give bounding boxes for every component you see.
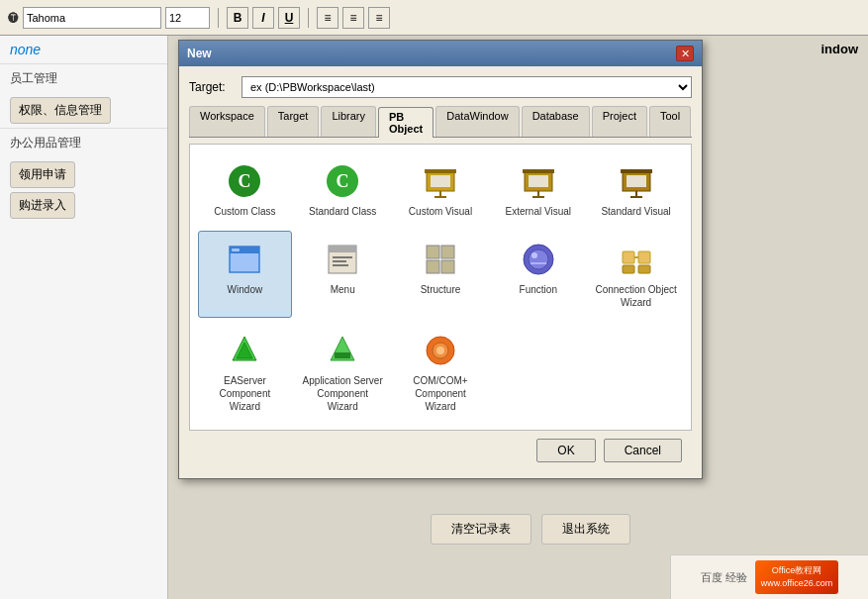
icon-item-standard-class[interactable]: C Standard Class: [296, 152, 390, 227]
svg-rect-38: [638, 265, 650, 273]
svg-rect-15: [621, 169, 652, 173]
size-select[interactable]: 12: [165, 7, 210, 29]
icon-item-external-visual[interactable]: External Visual: [491, 152, 585, 227]
align-right-button[interactable]: ≡: [368, 7, 390, 29]
standard-class-icon: C: [323, 161, 362, 201]
align-left-button[interactable]: ≡: [317, 7, 338, 29]
custom-visual-label: Custom Visual: [409, 205, 472, 218]
svg-rect-13: [529, 175, 548, 187]
apply-button[interactable]: 领用申请: [10, 161, 75, 188]
function-label: Function: [520, 283, 557, 296]
tab-library[interactable]: Library: [321, 106, 376, 137]
svg-rect-37: [623, 265, 634, 273]
svg-point-32: [529, 250, 548, 269]
svg-text:C: C: [239, 171, 251, 191]
tab-bar: Workspace Target Library PB Object DataW…: [189, 106, 692, 138]
new-dialog: New ✕ Target: ex (D:\PBWorkspace\last) W…: [178, 40, 703, 479]
svg-rect-30: [441, 260, 454, 273]
tab-project[interactable]: Project: [592, 106, 647, 137]
structure-label: Structure: [421, 283, 461, 296]
dialog-title: New: [187, 47, 212, 60]
comcom-label: COM/COM+ Component Wizard: [399, 374, 483, 413]
toolbar-divider-1: [218, 8, 219, 28]
easerver-label: EAServer Component Wizard: [203, 374, 287, 413]
none-label: none: [0, 36, 167, 63]
external-visual-label: External Visual: [506, 205, 572, 218]
tab-tool[interactable]: Tool: [649, 106, 691, 137]
easerver-icon: [225, 331, 264, 370]
icon-item-window[interactable]: Window: [198, 231, 292, 318]
icon-item-custom-class[interactable]: C Custom Class: [198, 152, 292, 227]
watermark-area: 百度 经验 Office教程网 www.office26.com: [670, 554, 868, 599]
icon-item-function[interactable]: Function: [491, 231, 585, 318]
standard-visual-icon: [617, 161, 656, 201]
sidebar-section-employees: 员工管理: [0, 63, 167, 93]
icon-item-comcom[interactable]: COM/COM+ Component Wizard: [394, 322, 488, 422]
svg-rect-35: [623, 251, 634, 263]
connection-wizard-icon: [617, 240, 656, 279]
baidu-text: 百度 经验: [701, 570, 747, 585]
target-select[interactable]: ex (D:\PBWorkspace\last): [241, 76, 692, 98]
comcom-icon: [421, 331, 460, 370]
menu-label: Menu: [331, 283, 355, 296]
appserver-icon: [323, 331, 362, 370]
svg-rect-5: [425, 169, 456, 173]
permissions-button[interactable]: 权限、信息管理: [10, 97, 111, 124]
bold-button[interactable]: B: [227, 7, 248, 29]
toolbar-divider-2: [308, 8, 309, 28]
tab-database[interactable]: Database: [522, 106, 590, 137]
svg-point-46: [436, 347, 444, 354]
icon-item-easerver[interactable]: EAServer Component Wizard: [198, 322, 292, 422]
target-label: Target:: [189, 80, 234, 94]
icon-item-custom-visual[interactable]: Custom Visual: [394, 152, 488, 227]
office-badge: Office教程网 www.office26.com: [755, 560, 838, 593]
appserver-label: Application Server Component Wizard: [301, 374, 385, 413]
svg-rect-18: [627, 175, 646, 187]
svg-text:C: C: [337, 171, 349, 191]
icon-item-connection-wizard[interactable]: Connection Object Wizard: [589, 231, 683, 318]
custom-class-icon: C: [225, 161, 264, 201]
menu-icon: [323, 240, 362, 279]
structure-icon: [421, 240, 460, 279]
font-select[interactable]: Tahoma: [23, 7, 161, 29]
svg-rect-36: [638, 251, 650, 263]
dialog-buttons: OK Cancel: [189, 431, 692, 468]
svg-rect-8: [431, 175, 450, 187]
svg-rect-28: [441, 246, 454, 258]
icon-item-menu[interactable]: Menu: [296, 231, 390, 318]
custom-class-label: Custom Class: [214, 205, 275, 218]
tab-pb-object[interactable]: PB Object: [378, 107, 434, 138]
svg-rect-29: [427, 260, 439, 273]
underline-button[interactable]: U: [278, 7, 300, 29]
clear-records-button[interactable]: 清空记录表: [431, 514, 531, 545]
purchase-button[interactable]: 购进录入: [10, 192, 75, 219]
dialog-close-button[interactable]: ✕: [676, 46, 694, 61]
custom-visual-icon: [421, 161, 460, 201]
logout-button[interactable]: 退出系统: [541, 514, 630, 545]
tab-workspace[interactable]: Workspace: [189, 106, 265, 137]
standard-class-label: Standard Class: [309, 205, 376, 218]
target-row: Target: ex (D:\PBWorkspace\last): [189, 76, 692, 98]
ok-button[interactable]: OK: [536, 439, 595, 462]
svg-rect-23: [329, 246, 356, 252]
standard-visual-label: Standard Visual: [601, 205, 670, 218]
icon-item-standard-visual[interactable]: Standard Visual: [589, 152, 683, 227]
external-visual-icon: [519, 161, 558, 201]
office-line2: www.office26.com: [761, 577, 832, 590]
icon-item-structure[interactable]: Structure: [394, 231, 488, 318]
window-label: Window: [228, 283, 263, 296]
svg-rect-43: [335, 352, 350, 358]
tab-datawindow[interactable]: DataWindow: [435, 106, 519, 137]
window-title-fragment: indow: [820, 42, 858, 56]
function-icon: [519, 240, 558, 279]
icon-grid: C Custom Class C Standard Class: [189, 144, 692, 431]
office-line1: Office教程网: [761, 564, 832, 577]
align-center-button[interactable]: ≡: [342, 7, 364, 29]
svg-rect-10: [523, 169, 554, 173]
tab-target[interactable]: Target: [267, 106, 320, 137]
italic-button[interactable]: I: [252, 7, 274, 29]
cancel-button[interactable]: Cancel: [604, 439, 682, 462]
toolbar: 🅣 Tahoma 12 B I U ≡ ≡ ≡: [0, 0, 868, 36]
dialog-titlebar: New ✕: [179, 41, 702, 66]
icon-item-appserver[interactable]: Application Server Component Wizard: [296, 322, 390, 422]
